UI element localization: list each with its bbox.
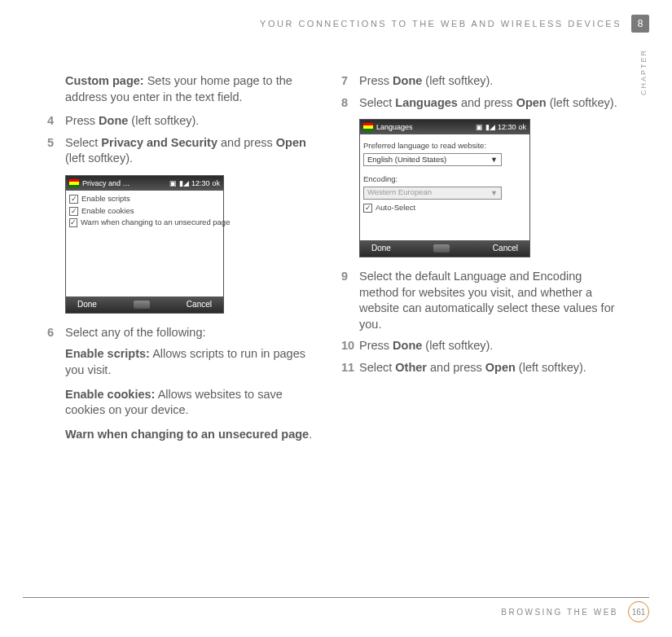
chapter-number-badge: 8 bbox=[631, 15, 649, 33]
page-header: YOUR CONNECTIONS TO THE WEB AND WIRELESS… bbox=[260, 15, 649, 33]
chapter-side-label: CHAPTER bbox=[639, 49, 648, 95]
step-body: Press Done (left softkey). bbox=[359, 73, 617, 90]
step-number: 8 bbox=[341, 95, 359, 112]
checkbox-icon: ✓ bbox=[69, 218, 77, 227]
step-body: Select any of the following: bbox=[65, 325, 323, 341]
label: Preferred language to read website: bbox=[363, 141, 526, 152]
status-icons: ▣ ▮◢ 12:30 ok bbox=[476, 122, 526, 132]
phone-titlebar: Languages ▣ ▮◢ 12:30 ok bbox=[360, 120, 529, 134]
footer-text: BROWSING THE WEB bbox=[501, 608, 618, 617]
checkbox-icon: ✓ bbox=[69, 207, 78, 216]
label: Encoding: bbox=[363, 174, 526, 185]
status-icons: ▣ ▮◢ 12:30 ok bbox=[169, 178, 220, 188]
right-softkey: Cancel bbox=[493, 243, 518, 254]
step-number: 6 bbox=[47, 325, 65, 341]
step-6: 6 Select any of the following: bbox=[47, 325, 323, 341]
step-body: Press Done (left softkey). bbox=[359, 338, 617, 354]
option-enable-scripts: Enable scripts: Allows scripts to run in… bbox=[65, 346, 323, 378]
left-softkey: Done bbox=[371, 243, 391, 254]
checkbox-row: ✓Enable cookies bbox=[69, 206, 220, 217]
step-10: 10 Press Done (left softkey). bbox=[341, 338, 617, 354]
window-title: Languages bbox=[376, 122, 476, 132]
ok-icon: ok bbox=[518, 122, 526, 132]
left-softkey: Done bbox=[77, 299, 97, 310]
step-7: 7 Press Done (left softkey). bbox=[341, 73, 617, 90]
start-icon bbox=[363, 123, 373, 131]
clock: 12:30 bbox=[191, 178, 210, 188]
step-4: 4 Press Done (left softkey). bbox=[47, 113, 323, 130]
footer-rule bbox=[23, 597, 649, 598]
chevron-down-icon: ▼ bbox=[490, 188, 498, 198]
language-dropdown: English (United States)▼ bbox=[363, 153, 502, 166]
custom-page-bold: Custom page: bbox=[65, 74, 144, 87]
signal-icon: ▣ ▮◢ bbox=[169, 178, 189, 188]
checkbox-icon: ✓ bbox=[69, 195, 78, 204]
step-number: 4 bbox=[47, 113, 65, 130]
step-number: 9 bbox=[341, 269, 359, 332]
start-icon bbox=[69, 179, 79, 187]
checkbox-row: ✓Warn when changing to an unsecured page bbox=[69, 217, 220, 228]
languages-screenshot: Languages ▣ ▮◢ 12:30 ok Preferred langua… bbox=[359, 119, 530, 257]
page-number: 161 bbox=[628, 601, 649, 622]
right-column: 7 Press Done (left softkey). 8 Select La… bbox=[341, 73, 617, 450]
privacy-screenshot: Privacy and … ▣ ▮◢ 12:30 ok ✓Enable scri… bbox=[65, 175, 224, 314]
step-body: Select Other and press Open (left softke… bbox=[359, 360, 617, 376]
step-number: 7 bbox=[341, 73, 359, 90]
step-11: 11 Select Other and press Open (left sof… bbox=[341, 360, 617, 376]
phone-softkeys: Done Cancel bbox=[360, 240, 529, 257]
content-columns: Custom page: Sets your home page to the … bbox=[47, 73, 617, 450]
step-body: Select Privacy and Security and press Op… bbox=[65, 135, 323, 167]
step-number: 5 bbox=[47, 135, 65, 167]
phone-body: Preferred language to read website: Engl… bbox=[360, 134, 529, 240]
checkbox-icon: ✓ bbox=[363, 204, 372, 213]
phone-titlebar: Privacy and … ▣ ▮◢ 12:30 ok bbox=[66, 176, 223, 191]
signal-icon: ▣ ▮◢ bbox=[476, 122, 495, 132]
phone-body: ✓Enable scripts ✓Enable cookies ✓Warn wh… bbox=[66, 191, 223, 297]
phone-softkeys: Done Cancel bbox=[66, 297, 223, 313]
step-5: 5 Select Privacy and Security and press … bbox=[47, 135, 323, 167]
page-footer: BROWSING THE WEB 161 bbox=[501, 601, 649, 622]
option-warn-unsecured: Warn when changing to an unsecured page. bbox=[65, 427, 323, 443]
step-8: 8 Select Languages and press Open (left … bbox=[341, 95, 617, 112]
step-body: Select Languages and press Open (left so… bbox=[359, 95, 617, 112]
clock: 12:30 bbox=[498, 122, 516, 132]
checkbox-row: ✓Enable scripts bbox=[69, 194, 220, 204]
header-title: YOUR CONNECTIONS TO THE WEB AND WIRELESS… bbox=[260, 19, 621, 29]
step-body: Select the default Language and Encoding… bbox=[359, 269, 617, 332]
left-column: Custom page: Sets your home page to the … bbox=[47, 73, 323, 450]
step-9: 9 Select the default Language and Encodi… bbox=[341, 269, 617, 332]
option-enable-cookies: Enable cookies: Allows websites to save … bbox=[65, 387, 323, 419]
encoding-dropdown: Western European▼ bbox=[363, 187, 502, 200]
chevron-down-icon: ▼ bbox=[490, 155, 498, 165]
step-number: 11 bbox=[341, 360, 359, 376]
step-number: 10 bbox=[341, 338, 359, 354]
checkbox-row: ✓Auto-Select bbox=[363, 203, 526, 213]
ok-icon: ok bbox=[212, 178, 220, 188]
keyboard-icon bbox=[134, 301, 150, 309]
step-body: Press Done (left softkey). bbox=[65, 113, 323, 130]
keyboard-icon bbox=[433, 244, 450, 253]
window-title: Privacy and … bbox=[82, 178, 169, 188]
right-softkey: Cancel bbox=[187, 299, 212, 310]
custom-page-desc: Custom page: Sets your home page to the … bbox=[65, 73, 323, 105]
